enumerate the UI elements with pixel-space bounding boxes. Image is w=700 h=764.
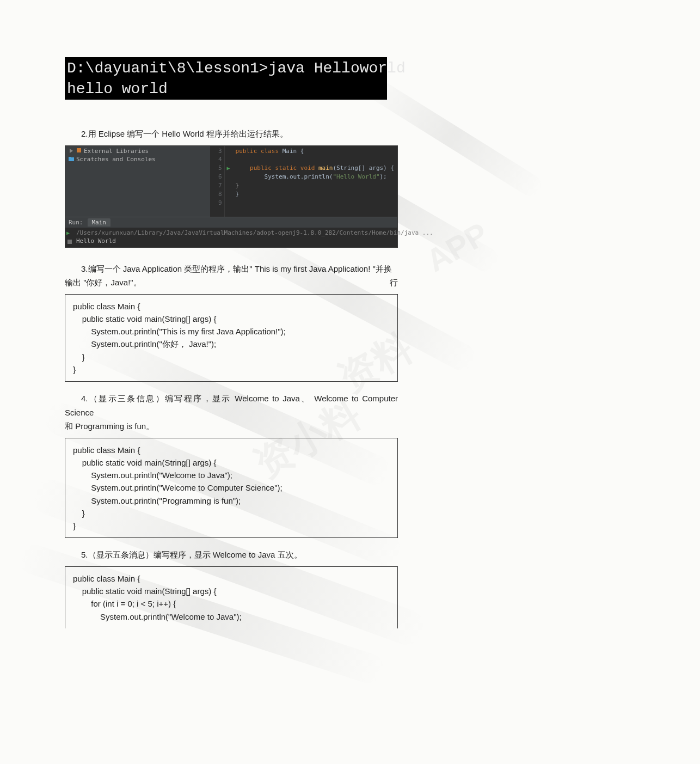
watermark-text: APP <box>420 215 494 279</box>
run-gutter: · · ▶ <box>225 146 232 217</box>
svg-rect-1 <box>69 157 74 161</box>
chevron-right-icon <box>69 148 74 154</box>
run-label: Run: <box>69 219 83 226</box>
tree-row-scratches[interactable]: Scratches and Consoles <box>69 155 207 163</box>
code-block-4: public class Main { public static void m… <box>65 438 398 539</box>
rerun-icon[interactable]: ▶ <box>66 230 73 236</box>
question-5: 5.（显示五条消息）编写程序，显示 Welcome to Java 五次。 <box>65 548 398 562</box>
run-toolbar: Run: Main <box>65 217 397 228</box>
tree-row-external-libraries[interactable]: External Libraries <box>69 147 207 155</box>
console-pane: ▶ /Users/xurunxuan/Library/Java/JavaVirt… <box>65 228 397 247</box>
run-tab-main[interactable]: Main <box>88 218 111 227</box>
stop-icon[interactable] <box>66 239 73 245</box>
question-4: 4.（显示三条信息）编写程序，显示 Welcome to Java、 Welco… <box>65 392 398 433</box>
terminal-line-2: hello world <box>67 81 168 97</box>
ide-upper: External Libraries Scratches and Console… <box>65 146 397 217</box>
tree-label: External Libraries <box>84 148 149 155</box>
ide-window: External Libraries Scratches and Console… <box>65 145 398 248</box>
line-gutter: 3 4 5 6 7 8 9 <box>210 146 225 217</box>
console-action-bar: ▶ <box>65 228 74 247</box>
cmd-terminal: D:\dayuanit\8\lesson1>java Helloworld he… <box>65 57 387 100</box>
tree-label: Scratches and Consoles <box>76 156 156 163</box>
console-output: /Users/xurunxuan/Library/Java/JavaVirtua… <box>74 228 435 247</box>
library-icon <box>76 148 82 155</box>
code-block-3: public class Main { public static void m… <box>65 294 398 382</box>
svg-rect-0 <box>77 148 81 152</box>
terminal-line-1: D:\dayuanit\8\lesson1>java Helloworld <box>67 60 406 77</box>
code-block-5: public class Main { public static void m… <box>65 566 398 628</box>
svg-rect-2 <box>69 157 71 158</box>
folder-icon <box>69 156 74 162</box>
project-tree: External Libraries Scratches and Console… <box>65 146 210 217</box>
console-path: /Users/xurunxuan/Library/Java/JavaVirtua… <box>76 229 433 236</box>
run-line-icon[interactable]: ▶ <box>227 165 230 171</box>
editor-pane: 3 4 5 6 7 8 9 · · ▶ public class Main { … <box>210 146 397 217</box>
question-2: 2.用 Eclipse 编写一个 Hello World 程序并给出运行结果。 <box>65 127 398 141</box>
svg-rect-3 <box>67 240 72 244</box>
console-stdout: Hello World <box>76 237 116 245</box>
question-3: 3.编写一个 Java Application 类型的程序，输出" This i… <box>65 262 398 290</box>
content-column: 2.用 Eclipse 编写一个 Hello World 程序并给出运行结果。 … <box>65 123 398 628</box>
page: 资料 资小料 APP D:\dayuanit\8\lesson1>java He… <box>0 0 700 764</box>
code-area[interactable]: public class Main { public static void m… <box>232 146 397 217</box>
